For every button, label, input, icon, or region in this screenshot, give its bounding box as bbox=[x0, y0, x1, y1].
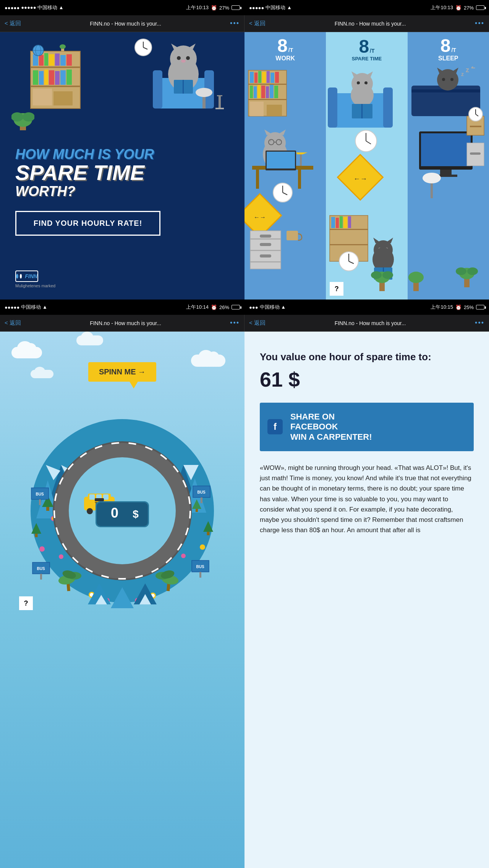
svg-rect-108 bbox=[361, 104, 363, 118]
svg-rect-59 bbox=[254, 86, 257, 98]
svg-text:BUS: BUS bbox=[37, 567, 45, 571]
nav-bar-row2: < 返回 FINN.no - How much is your... ••• <… bbox=[0, 315, 489, 332]
result-value: 61 $ bbox=[260, 368, 474, 391]
svg-rect-63 bbox=[270, 85, 274, 98]
question-button[interactable]: ? bbox=[330, 282, 343, 296]
back-button-left[interactable]: < 返回 bbox=[5, 20, 21, 27]
sleep-unit: /t bbox=[451, 47, 456, 53]
svg-point-166 bbox=[408, 272, 424, 283]
nav-left: < 返回 FINN.no - How much is your... ••• bbox=[0, 15, 244, 32]
facebook-share-button[interactable]: f SHARE ON FACEBOOK WIN A CARPENTER! bbox=[260, 403, 474, 451]
svg-rect-224 bbox=[103, 494, 108, 500]
finn-dot-white bbox=[20, 274, 22, 279]
svg-rect-230 bbox=[97, 502, 148, 526]
back-button-right[interactable]: < 返回 bbox=[249, 20, 266, 27]
column-content-area: ←→ bbox=[244, 66, 489, 300]
svg-marker-83 bbox=[296, 152, 308, 154]
svg-rect-13 bbox=[49, 70, 54, 85]
svg-rect-209 bbox=[39, 499, 41, 505]
svg-point-143 bbox=[442, 78, 445, 81]
svg-rect-149 bbox=[421, 133, 471, 166]
finn-logo: FINN bbox=[15, 270, 38, 282]
svg-point-202 bbox=[200, 544, 205, 550]
svg-rect-94 bbox=[260, 243, 271, 246]
svg-rect-64 bbox=[274, 86, 278, 98]
svg-rect-150 bbox=[440, 170, 452, 175]
svg-rect-16 bbox=[66, 70, 72, 85]
alarm-r2r: ⏰ bbox=[455, 304, 461, 310]
landing-panel: HOW MUCH IS YOUR SPARE TIME WORTH? FIND … bbox=[0, 32, 244, 300]
svg-rect-10 bbox=[33, 70, 38, 85]
svg-rect-25 bbox=[153, 70, 162, 108]
bookshelf-illustration bbox=[23, 44, 99, 120]
svg-rect-115 bbox=[330, 229, 368, 230]
signal-icon-r2l: ●●●●● bbox=[5, 304, 19, 310]
svg-point-103 bbox=[357, 81, 360, 84]
svg-point-204 bbox=[181, 554, 186, 558]
time-breakdown-panel: 8 /t WORK 8 /t SPARE TIME 8 /t SLEEP bbox=[244, 32, 489, 300]
question-btn-spinner[interactable]: ? bbox=[19, 596, 33, 610]
spare-unit: /t bbox=[370, 48, 374, 54]
cloud-4 bbox=[31, 370, 53, 378]
svg-rect-14 bbox=[55, 71, 60, 85]
battery-icon-r bbox=[476, 5, 484, 10]
nav-dots-right[interactable]: ••• bbox=[475, 19, 484, 28]
work-label: WORK bbox=[275, 55, 295, 62]
clock-top bbox=[134, 38, 153, 57]
sleep-illustration: z z z bbox=[408, 66, 488, 300]
svg-point-32 bbox=[186, 56, 190, 60]
signal-icon-r: ●●●●● bbox=[249, 5, 264, 11]
svg-point-28 bbox=[170, 45, 197, 72]
nav-dots-r2l[interactable]: ••• bbox=[230, 319, 240, 327]
svg-rect-98 bbox=[328, 87, 337, 128]
cloud-2 bbox=[191, 355, 225, 367]
network-name-r2l: 中国移动 ▲ bbox=[21, 304, 47, 311]
svg-text:BUS: BUS bbox=[36, 492, 44, 496]
headline-top: HOW MUCH IS YOUR bbox=[15, 147, 229, 162]
svg-rect-11 bbox=[39, 71, 44, 85]
svg-point-136 bbox=[371, 271, 382, 279]
svg-rect-153 bbox=[470, 126, 481, 127]
svg-rect-120 bbox=[343, 217, 347, 228]
battery-percent-r: 27% bbox=[464, 5, 474, 11]
sleep-label: SLEEP bbox=[438, 55, 458, 62]
nav-dots-r2r[interactable]: ••• bbox=[475, 319, 484, 327]
svg-rect-9 bbox=[66, 54, 72, 66]
facebook-icon: f bbox=[267, 419, 283, 434]
nav-title-left: FINN.no - How much is your... bbox=[21, 21, 230, 27]
svg-rect-227 bbox=[95, 498, 104, 501]
svg-rect-96 bbox=[287, 231, 298, 240]
svg-rect-193 bbox=[207, 532, 210, 535]
svg-point-201 bbox=[39, 546, 45, 552]
time-r2l: 上午10:14 bbox=[186, 304, 209, 311]
svg-point-203 bbox=[59, 554, 63, 559]
svg-text:←→: ←→ bbox=[353, 175, 367, 183]
svg-rect-8 bbox=[60, 55, 66, 66]
find-hourly-rate-button[interactable]: FIND YOUR HOURLY RATE! bbox=[15, 211, 160, 236]
svg-text:$: $ bbox=[133, 508, 139, 520]
back-button-r2l[interactable]: < 返回 bbox=[5, 319, 21, 327]
svg-point-23 bbox=[60, 44, 66, 49]
svg-rect-91 bbox=[250, 250, 281, 251]
svg-text:z: z bbox=[461, 71, 464, 77]
svg-rect-119 bbox=[340, 216, 343, 228]
nav-title-r2l: FINN.no - How much is your... bbox=[21, 320, 230, 326]
world-container: BUS BUS BUS BUS bbox=[15, 389, 229, 618]
svg-rect-92 bbox=[250, 261, 281, 262]
svg-rect-2 bbox=[31, 86, 80, 87]
svg-rect-215 bbox=[40, 574, 42, 580]
battery-icon bbox=[232, 5, 240, 10]
svg-rect-35 bbox=[183, 80, 184, 94]
heading-area: HOW MUCH IS YOUR SPARE TIME WORTH? FIND … bbox=[0, 139, 244, 263]
back-button-r2r[interactable]: < 返回 bbox=[249, 319, 266, 327]
svg-point-144 bbox=[450, 78, 453, 81]
time-display: 上午10:13 bbox=[186, 4, 209, 11]
spinn-me-button[interactable]: SPINN ME → bbox=[88, 362, 156, 382]
nav-dots-left[interactable]: ••• bbox=[230, 19, 240, 28]
svg-text:BUS: BUS bbox=[196, 565, 204, 569]
svg-rect-57 bbox=[275, 72, 279, 83]
svg-rect-191 bbox=[35, 534, 38, 537]
svg-rect-51 bbox=[250, 72, 254, 83]
svg-rect-116 bbox=[330, 244, 368, 245]
signal-icon-r2r: ●●● bbox=[249, 304, 258, 310]
